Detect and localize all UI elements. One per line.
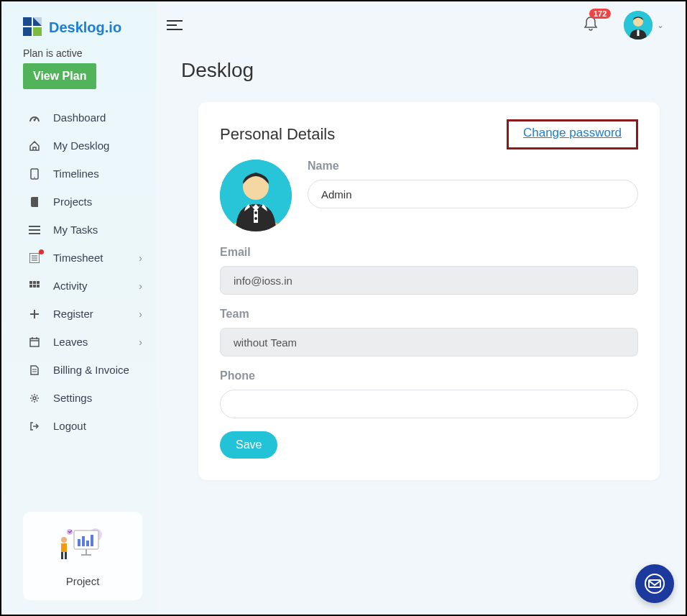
notifications-button[interactable]: 172 [584, 16, 598, 35]
sidebar-item-label: Dashboard [53, 111, 106, 124]
notification-dot-icon [39, 249, 44, 254]
sidebar-item-label: My Tasks [53, 224, 98, 236]
sidebar-item-projects[interactable]: Projects [1, 188, 157, 216]
sidebar-item-timelines[interactable]: Timelines [1, 160, 157, 188]
chevron-right-icon: › [139, 336, 142, 348]
sidebar-item-settings[interactable]: Settings [1, 384, 157, 412]
chevron-down-icon: ⌄ [657, 20, 664, 30]
sidebar-item-register[interactable]: Register › [1, 300, 157, 328]
svg-rect-19 [29, 285, 32, 288]
svg-rect-20 [33, 285, 36, 288]
view-plan-button[interactable]: View Plan [23, 63, 96, 89]
sidebar-item-activity[interactable]: Activity › [1, 272, 157, 300]
svg-rect-40 [61, 543, 67, 552]
svg-point-57 [645, 574, 664, 593]
user-avatar [624, 11, 653, 40]
brand-name: Desklog.io [49, 19, 121, 36]
svg-point-43 [67, 529, 73, 535]
notification-badge: 172 [589, 9, 611, 19]
team-input [220, 328, 638, 357]
svg-rect-36 [82, 536, 85, 546]
svg-rect-0 [23, 17, 32, 26]
email-label: Email [220, 246, 638, 259]
sidebar: Desklog.io Plan is active View Plan Dash… [1, 1, 157, 615]
project-card[interactable]: Project [23, 512, 142, 600]
sidebar-item-label: My Desklog [53, 139, 109, 152]
svg-rect-37 [86, 541, 89, 546]
dashboard-icon [27, 113, 42, 123]
svg-point-56 [254, 217, 257, 220]
name-input[interactable] [308, 180, 638, 208]
file-icon [27, 365, 42, 375]
svg-point-30 [33, 397, 36, 400]
change-password-highlight: Change password [507, 119, 638, 150]
svg-rect-38 [91, 535, 93, 546]
sidebar-item-label: Timelines [53, 167, 99, 180]
plus-icon [27, 309, 42, 319]
grid-icon [27, 281, 42, 291]
mail-fab-button[interactable] [635, 564, 674, 603]
menu-toggle-button[interactable] [164, 14, 187, 37]
page-title: Desklog [157, 49, 686, 102]
chevron-right-icon: › [139, 280, 142, 292]
svg-rect-58 [649, 580, 660, 587]
save-button[interactable]: Save [220, 431, 277, 459]
sidebar-item-billing-invoice[interactable]: Billing & Invoice [1, 356, 157, 384]
brand-logo[interactable]: Desklog.io [1, 12, 157, 45]
hamburger-icon [167, 19, 184, 31]
team-label: Team [220, 308, 638, 321]
sidebar-item-logout[interactable]: Logout [1, 412, 157, 440]
logout-icon [27, 421, 42, 431]
sidebar-item-leaves[interactable]: Leaves › [1, 328, 157, 356]
sidebar-item-label: Activity [53, 280, 88, 292]
svg-rect-21 [37, 285, 40, 288]
svg-rect-35 [78, 539, 80, 546]
svg-rect-16 [29, 281, 32, 284]
sidebar-item-timesheet[interactable]: Timesheet › [1, 244, 157, 272]
svg-rect-42 [65, 552, 67, 559]
profile-avatar [220, 160, 292, 231]
phone-input[interactable] [220, 390, 638, 418]
topbar: 172 ⌄ [157, 1, 686, 49]
change-password-link[interactable]: Change password [523, 126, 622, 139]
svg-point-8 [34, 177, 35, 178]
mail-icon [644, 573, 665, 594]
user-menu-button[interactable]: ⌄ [624, 11, 664, 40]
svg-rect-24 [30, 339, 39, 346]
card-title: Personal Details [220, 125, 335, 144]
personal-details-card: Personal Details Change password [198, 102, 660, 480]
tasks-icon [27, 226, 42, 234]
calendar-icon [27, 337, 42, 347]
chevron-right-icon: › [139, 308, 142, 320]
svg-rect-10 [29, 229, 40, 231]
svg-point-39 [61, 537, 67, 543]
svg-rect-9 [29, 226, 40, 227]
svg-rect-17 [33, 281, 36, 284]
gear-icon [27, 393, 42, 403]
project-illustration-icon [57, 525, 109, 566]
sidebar-item-label: Settings [53, 392, 92, 404]
sidebar-item-label: Register [53, 308, 93, 320]
sidebar-item-my-desklog[interactable]: My Desklog [1, 132, 157, 160]
mobile-icon [27, 168, 42, 180]
svg-point-55 [254, 211, 257, 214]
book-icon [27, 197, 42, 207]
email-input [220, 266, 638, 295]
svg-rect-18 [37, 281, 40, 284]
home-icon [27, 141, 42, 151]
sidebar-item-label: Logout [53, 420, 86, 432]
brand-mark-icon [23, 17, 43, 37]
nav-list: Dashboard My Desklog Timelines Projects … [1, 96, 157, 447]
svg-rect-11 [29, 233, 40, 234]
project-card-label: Project [66, 575, 100, 587]
sidebar-item-label: Billing & Invoice [53, 364, 129, 376]
svg-rect-3 [23, 27, 32, 36]
svg-rect-49 [637, 32, 640, 36]
chevron-right-icon: › [139, 252, 142, 264]
sidebar-item-my-tasks[interactable]: My Tasks [1, 216, 157, 244]
plan-status-text: Plan is active [23, 47, 144, 59]
sidebar-item-dashboard[interactable]: Dashboard [1, 104, 157, 132]
sidebar-item-label: Projects [53, 196, 92, 208]
sidebar-item-label: Timesheet [53, 252, 103, 264]
name-label: Name [308, 160, 638, 173]
